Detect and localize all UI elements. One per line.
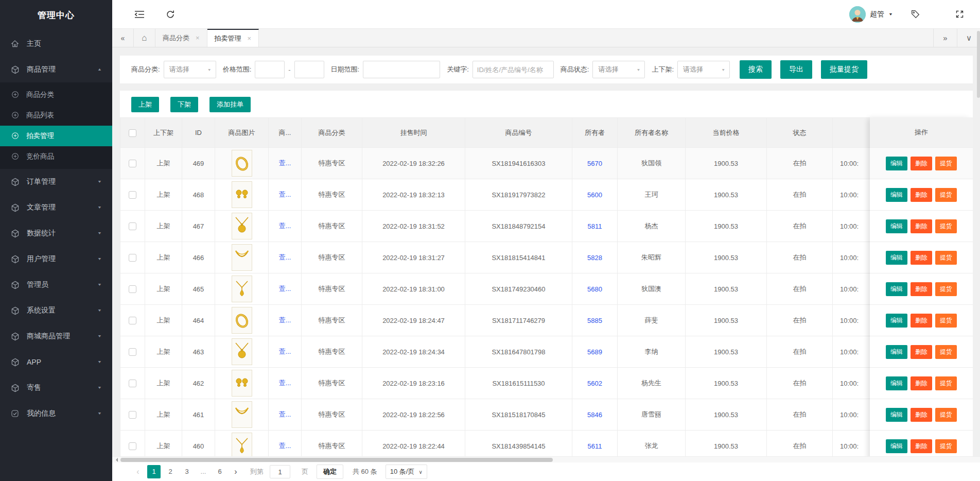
pickup-button[interactable]: 提货 [935,251,957,265]
row-owner[interactable]: 5602 [572,368,618,399]
product-image[interactable] [232,213,252,239]
confirm-page-button[interactable]: 确定 [317,465,343,479]
delete-button[interactable]: 删除 [911,157,932,170]
row-owner[interactable]: 5811 [572,211,618,242]
sidebar-group[interactable]: APP ▼ [0,349,112,375]
row-checkbox[interactable] [129,442,136,450]
row-name[interactable]: 萱... [269,336,302,368]
close-icon[interactable]: × [196,34,200,42]
edit-button[interactable]: 编辑 [886,219,907,233]
page-number-button[interactable]: 1 [147,465,161,478]
select-all-checkbox[interactable] [129,129,136,137]
row-name[interactable]: 萱... [269,431,302,457]
product-image[interactable] [232,307,252,334]
edit-button[interactable]: 编辑 [886,251,907,265]
product-image[interactable] [232,244,252,271]
edit-button[interactable]: 编辑 [886,408,907,422]
row-owner[interactable]: 5885 [572,305,618,336]
edit-button[interactable]: 编辑 [886,157,907,170]
page-number-button[interactable]: 3 [180,465,194,478]
row-owner[interactable]: 5611 [572,431,618,457]
delete-button[interactable]: 删除 [911,408,932,422]
delete-button[interactable]: 删除 [911,439,932,453]
edit-button[interactable]: 编辑 [886,282,907,296]
sidebar-group[interactable]: 管理员 ▼ [0,272,112,298]
pickup-button[interactable]: 提货 [935,439,957,453]
delete-button[interactable]: 删除 [911,282,932,296]
row-name[interactable]: 萱... [269,273,302,305]
edit-button[interactable]: 编辑 [886,345,907,359]
row-owner[interactable]: 5600 [572,179,618,211]
row-checkbox[interactable] [129,317,136,324]
row-name[interactable]: 萱... [269,211,302,242]
delete-button[interactable]: 删除 [911,345,932,359]
page-number-button[interactable]: 2 [164,465,177,478]
row-name[interactable]: 萱... [269,242,302,273]
price-from-input[interactable] [255,61,285,78]
sidebar-subitem[interactable]: 商品列表 [0,105,112,126]
vertical-scrollbar-thumb[interactable] [977,31,980,98]
pickup-button[interactable]: 提货 [935,188,957,202]
sidebar-group[interactable]: 寄售 ▼ [0,375,112,401]
pickup-button[interactable]: 提货 [935,314,957,328]
sidebar-group[interactable]: 商品管理 ▲ [0,57,112,82]
per-page-select[interactable]: 10 条/页 ∨ [386,465,427,479]
edit-button[interactable]: 编辑 [886,439,907,453]
sidebar-group[interactable]: 用户管理 ▼ [0,246,112,272]
row-checkbox[interactable] [129,411,136,419]
row-checkbox[interactable] [129,222,136,230]
product-image[interactable] [232,370,252,397]
scroll-left-arrow-icon[interactable] [112,457,120,463]
edit-button[interactable]: 编辑 [886,376,907,390]
delete-button[interactable]: 删除 [911,376,932,390]
product-image[interactable] [232,150,252,177]
keyword-input[interactable] [472,61,554,78]
date-range-input[interactable] [363,61,440,78]
delete-button[interactable]: 删除 [911,314,932,328]
sidebar-subitem[interactable]: 竞价商品 [0,146,112,167]
sidebar-subitem[interactable]: 商品分类 [0,84,112,105]
row-owner[interactable]: 5689 [572,336,618,368]
off-shelf-button[interactable]: 下架 [170,97,198,112]
next-page-button[interactable]: › [230,467,242,476]
tabs-scroll-right-icon[interactable]: » [933,29,957,47]
row-checkbox[interactable] [129,285,136,293]
row-checkbox[interactable] [129,380,136,387]
sidebar-group[interactable]: 商城商品管理 ▼ [0,323,112,349]
category-select[interactable]: 请选择 ▼ [164,61,216,78]
tab-product-category[interactable]: 商品分类 × [155,29,207,47]
row-owner[interactable]: 5670 [572,148,618,179]
row-owner[interactable]: 5828 [572,242,618,273]
shelf-select[interactable]: 请选择 ▼ [677,61,730,78]
tag-icon[interactable] [906,6,924,23]
row-name[interactable]: 萱... [269,305,302,336]
page-number-button[interactable]: 6 [213,465,226,478]
export-button[interactable]: 导出 [780,60,812,79]
price-to-input[interactable] [294,61,324,78]
batch-pickup-button[interactable]: 批量提货 [821,60,867,79]
sidebar-group[interactable]: 文章管理 ▼ [0,195,112,220]
sidebar-group[interactable]: 订单管理 ▼ [0,169,112,195]
add-listing-button[interactable]: 添加挂单 [209,97,251,112]
horizontal-scrollbar[interactable] [112,456,980,462]
row-name[interactable]: 萱... [269,179,302,211]
search-button[interactable]: 搜索 [740,60,772,79]
product-image[interactable] [232,401,252,428]
sidebar-group[interactable]: 系统设置 ▼ [0,298,112,323]
pickup-button[interactable]: 提货 [935,345,957,359]
row-checkbox[interactable] [129,348,136,356]
refresh-icon[interactable] [162,6,179,23]
row-checkbox[interactable] [129,191,136,199]
product-image[interactable] [232,181,252,208]
product-image[interactable] [232,338,252,365]
delete-button[interactable]: 删除 [911,251,932,265]
row-checkbox[interactable] [129,160,136,167]
collapse-menu-icon[interactable] [131,6,148,23]
on-shelf-button[interactable]: 上架 [131,97,159,112]
pickup-button[interactable]: 提货 [935,408,957,422]
sidebar-item[interactable]: 主页 [0,31,112,57]
product-image[interactable] [232,433,252,456]
prev-page-button[interactable]: ‹ [132,467,144,476]
tab-auction-management[interactable]: 拍卖管理 × [207,29,259,47]
product-image[interactable] [232,276,252,302]
